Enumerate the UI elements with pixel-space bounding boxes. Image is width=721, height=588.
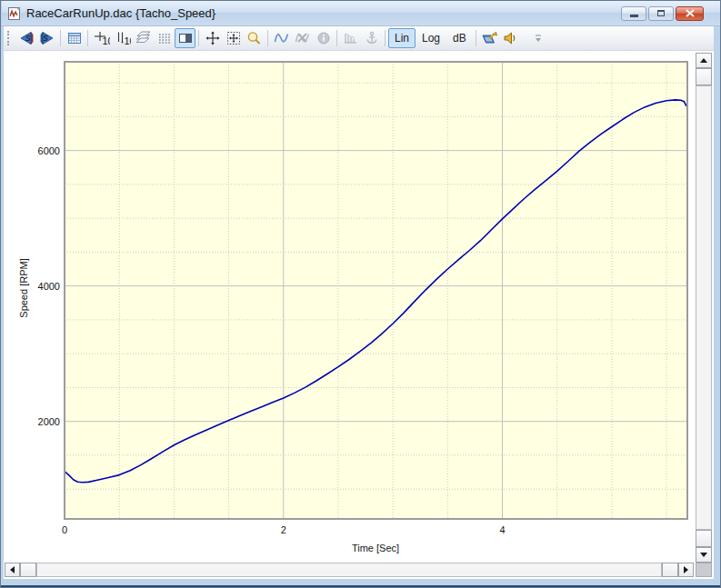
info-button[interactable] bbox=[313, 28, 334, 48]
anchor-icon bbox=[365, 31, 379, 45]
close-icon bbox=[686, 9, 695, 17]
table-grid-icon bbox=[67, 31, 82, 45]
horizontal-scrollbar[interactable] bbox=[5, 563, 694, 577]
expand-box-icon bbox=[226, 31, 241, 45]
horizontal-scrollbar-thumb-left[interactable] bbox=[20, 563, 36, 577]
toolbar-separator bbox=[336, 30, 337, 46]
db-scale-button[interactable]: dB bbox=[446, 28, 473, 48]
scroll-down-button[interactable] bbox=[696, 547, 712, 563]
horizontal-scrollbar-track[interactable] bbox=[36, 563, 662, 577]
toolbar: s s bbox=[4, 26, 714, 51]
toolbar-separator bbox=[87, 30, 88, 46]
next-signal-icon: s bbox=[39, 31, 55, 45]
vertical-scrollbar-thumb-bottom[interactable] bbox=[696, 530, 712, 547]
vertical-scrollbar-thumb-top[interactable] bbox=[696, 68, 712, 85]
toolbar-overflow-button[interactable] bbox=[528, 28, 549, 48]
toolbar-grip[interactable] bbox=[7, 31, 12, 45]
app-window: RaceCarRunUp.dac {Tacho_Speed} s bbox=[0, 0, 721, 588]
double-cursor-10-icon: 10 bbox=[115, 31, 131, 45]
window-bottom-edge bbox=[1, 585, 720, 587]
export-display-icon bbox=[481, 31, 498, 45]
overflow-chevron-icon bbox=[534, 33, 543, 44]
arrow-down-icon bbox=[700, 553, 707, 557]
speaker-icon bbox=[503, 31, 518, 45]
linear-scale-button[interactable]: Lin bbox=[388, 28, 416, 48]
toolbar-separator bbox=[476, 30, 476, 46]
prev-signal-icon: s bbox=[18, 31, 35, 45]
restore-icon bbox=[657, 10, 665, 16]
plot-background bbox=[65, 62, 687, 519]
log-scale-button[interactable]: Log bbox=[416, 28, 446, 48]
title-bar[interactable]: RaceCarRunUp.dac {Tacho_Speed} bbox=[2, 1, 721, 26]
caption-buttons bbox=[621, 6, 704, 21]
arrow-left-icon bbox=[10, 566, 15, 573]
edit-curve-button[interactable] bbox=[271, 28, 292, 48]
zoom-button[interactable] bbox=[244, 28, 265, 48]
svg-text:s: s bbox=[25, 32, 31, 43]
wave-delete-icon bbox=[295, 31, 310, 45]
toolbar-separator bbox=[267, 30, 268, 46]
expand-full-button[interactable] bbox=[202, 28, 223, 48]
db-scale-label: dB bbox=[453, 32, 466, 45]
stacked-layers-icon bbox=[135, 31, 151, 45]
vertical-scrollbar-track[interactable] bbox=[696, 85, 712, 530]
speed-time-plot[interactable]: 024200040006000 bbox=[4, 51, 694, 563]
arrow-right-icon bbox=[684, 566, 688, 573]
toolbar-separator bbox=[198, 30, 199, 46]
comb-cursor-icon bbox=[343, 31, 358, 45]
x-tick-label: 4 bbox=[499, 524, 505, 535]
split-view-button[interactable] bbox=[175, 28, 195, 48]
toolbar-separator bbox=[60, 30, 61, 46]
prev-signal-button[interactable]: s bbox=[15, 28, 36, 48]
y-axis-label: Speed [RPM] bbox=[18, 258, 29, 317]
svg-text:s: s bbox=[43, 32, 48, 43]
scrollbar-corner bbox=[696, 563, 712, 577]
x-tick-label: 0 bbox=[62, 524, 67, 535]
expand-arrows-icon bbox=[205, 31, 220, 45]
y-tick-label: 4000 bbox=[38, 281, 60, 292]
dotted-rows-icon bbox=[157, 31, 172, 45]
next-signal-button[interactable]: s bbox=[36, 28, 57, 48]
expand-window-button[interactable] bbox=[223, 28, 244, 48]
arrow-up-icon bbox=[700, 58, 707, 63]
anchor-cursor-button[interactable] bbox=[361, 28, 382, 48]
minimize-icon bbox=[630, 15, 638, 17]
scroll-left-button[interactable] bbox=[5, 563, 20, 577]
vertical-scrollbar[interactable] bbox=[696, 53, 712, 563]
wave-icon bbox=[274, 31, 289, 45]
dotted-display-button[interactable] bbox=[154, 28, 175, 48]
magnifier-icon bbox=[246, 31, 262, 45]
x-cursor-button[interactable]: 10 bbox=[91, 28, 112, 48]
scroll-right-button[interactable] bbox=[678, 563, 694, 577]
svg-text:10: 10 bbox=[102, 35, 110, 46]
split-panel-icon bbox=[178, 31, 193, 45]
scroll-up-button[interactable] bbox=[696, 53, 712, 68]
restore-button[interactable] bbox=[648, 6, 674, 21]
y-tick-label: 6000 bbox=[38, 145, 60, 156]
svg-text:10: 10 bbox=[124, 35, 131, 46]
log-scale-label: Log bbox=[422, 32, 440, 45]
linear-scale-label: Lin bbox=[395, 32, 409, 45]
overlay-traces-button[interactable] bbox=[133, 28, 154, 48]
x-axis-label: Time [Sec] bbox=[352, 543, 399, 553]
waveform-document-icon bbox=[7, 6, 22, 21]
delete-curve-button[interactable] bbox=[292, 28, 313, 48]
play-audio-button[interactable] bbox=[500, 28, 521, 48]
x-tick-label: 2 bbox=[281, 524, 286, 535]
harmonic-cursor-button[interactable] bbox=[340, 28, 361, 48]
data-table-button[interactable] bbox=[64, 28, 85, 48]
info-icon bbox=[316, 31, 331, 45]
crosshair-10-icon: 10 bbox=[94, 31, 110, 45]
y-tick-label: 2000 bbox=[38, 416, 60, 427]
close-button[interactable] bbox=[676, 6, 704, 21]
minimize-button[interactable] bbox=[621, 6, 646, 21]
chart-client-area: 024200040006000 Speed [RPM] Time [Sec] bbox=[4, 51, 714, 579]
window-title: RaceCarRunUp.dac {Tacho_Speed} bbox=[26, 6, 215, 20]
horizontal-scrollbar-thumb-right[interactable] bbox=[662, 563, 678, 577]
toolbar-separator bbox=[385, 30, 386, 46]
vertical-cursors-button[interactable]: 10 bbox=[112, 28, 133, 48]
send-to-display-button[interactable] bbox=[479, 28, 500, 48]
